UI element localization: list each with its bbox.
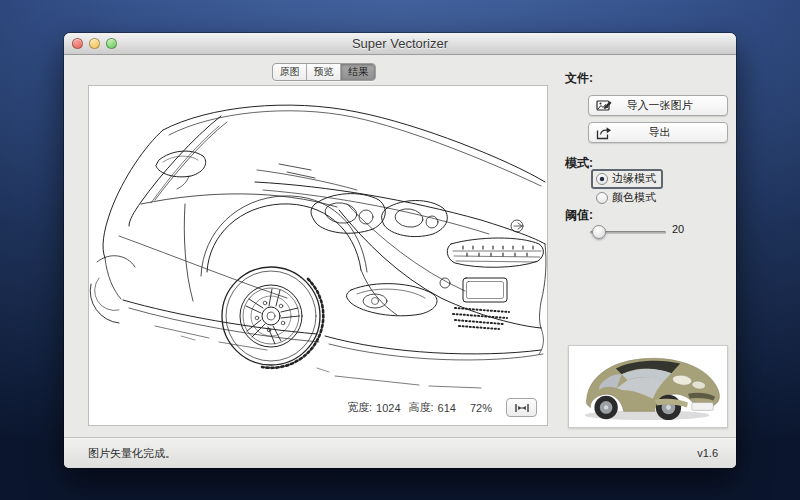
zoom-level: 72% — [470, 402, 492, 414]
export-button[interactable]: 导出 — [588, 122, 728, 143]
threshold-section-label: 阈值: — [565, 207, 593, 224]
width-value: 1024 — [376, 402, 400, 414]
view-tabs: 原图 预览 结果 — [272, 63, 376, 81]
import-image-button[interactable]: 导入一张图片 — [588, 95, 728, 116]
fit-to-window-icon — [514, 403, 530, 413]
fit-to-window-button[interactable] — [506, 398, 537, 417]
mode-section-label: 模式: — [565, 155, 593, 172]
vectorized-car-drawing — [89, 86, 547, 425]
radio-unselected-icon — [596, 192, 608, 204]
radio-selected-icon — [596, 173, 608, 185]
app-version: v1.6 — [697, 447, 718, 459]
result-canvas[interactable]: 宽度: 1024 高度: 614 72% — [88, 85, 548, 426]
image-picture-icon — [596, 99, 614, 113]
file-section-label: 文件: — [565, 70, 593, 87]
threshold-slider[interactable] — [590, 225, 666, 239]
app-window: Super Vectorizer 原图 预览 结果 — [64, 33, 736, 468]
radio-color-mode[interactable]: 颜色模式 — [596, 190, 656, 205]
edge-mode-label: 边缘模式 — [612, 171, 656, 186]
title-bar[interactable]: Super Vectorizer — [64, 33, 736, 55]
slider-knob[interactable] — [592, 225, 606, 239]
share-export-icon — [596, 126, 614, 140]
status-bar: 图片矢量化完成。 v1.6 — [64, 437, 736, 468]
window-title: Super Vectorizer — [64, 33, 736, 55]
original-car-photo — [572, 349, 724, 424]
original-image-thumbnail[interactable] — [568, 345, 728, 428]
radio-edge-mode[interactable]: 边缘模式 — [591, 169, 663, 189]
tab-result[interactable]: 结果 — [341, 64, 375, 80]
height-value: 614 — [438, 402, 456, 414]
status-message: 图片矢量化完成。 — [88, 446, 176, 461]
tab-original[interactable]: 原图 — [273, 64, 307, 80]
import-button-label: 导入一张图片 — [614, 98, 705, 113]
color-mode-label: 颜色模式 — [612, 190, 656, 205]
image-info: 宽度: 1024 高度: 614 72% — [347, 398, 537, 417]
width-label: 宽度: — [347, 400, 372, 415]
threshold-value: 20 — [672, 223, 684, 235]
tab-preview[interactable]: 预览 — [307, 64, 341, 80]
export-button-label: 导出 — [614, 125, 705, 140]
height-label: 高度: — [409, 400, 434, 415]
